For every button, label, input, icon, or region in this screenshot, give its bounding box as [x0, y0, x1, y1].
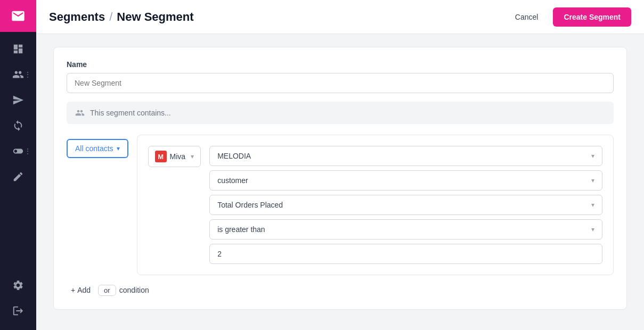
sidebar-nav: ⋮ ⋮: [0, 32, 36, 273]
add-button[interactable]: + Add: [67, 284, 95, 296]
header: Segments / New Segment Cancel Create Seg…: [36, 0, 644, 34]
contacts-icon: [75, 108, 85, 118]
sidebar-group-editor: [0, 164, 36, 189]
object-dropdown-value: customer: [217, 176, 248, 185]
segment-form-card: Name This segment contains... All contac…: [53, 47, 627, 310]
condition-block: M Miva ▾ MELODIA ▾ customer ▾: [137, 135, 614, 275]
store-dropdown[interactable]: MELODIA ▾: [209, 146, 602, 166]
sidebar-bottom: ⋮: [12, 273, 24, 330]
condition-builder: All contacts ▾ M Miva ▾ MELODIA: [67, 135, 614, 275]
sidebar-group-integrations: ⋮: [0, 138, 36, 164]
sidebar-group-campaigns: [0, 87, 36, 113]
integration-chevron-icon: ▾: [191, 153, 194, 160]
page-title: Segments / New Segment: [49, 10, 194, 24]
create-segment-button[interactable]: Create Segment: [553, 7, 631, 27]
property-dropdown-value: Total Orders Placed: [217, 201, 283, 209]
integration-name: Miva: [170, 152, 186, 161]
all-contacts-chevron-icon: ▾: [117, 145, 120, 152]
add-condition-bar: + Add or condition: [67, 284, 614, 296]
sidebar: ⋮ ⋮ ⋮: [0, 0, 36, 330]
object-chevron-icon: ▾: [591, 177, 594, 184]
add-icon: +: [71, 286, 75, 294]
condition-value-input[interactable]: [209, 244, 602, 264]
or-badge[interactable]: or: [98, 285, 116, 296]
sidebar-group-automations: [0, 113, 36, 138]
sidebar-group-contacts: ⋮: [0, 62, 36, 87]
miva-logo-letter: M: [158, 153, 164, 161]
sidebar-group-settings: ⋮: [12, 273, 24, 298]
settings-menu-dots[interactable]: ⋮: [11, 281, 20, 290]
all-contacts-label: All contacts: [75, 144, 113, 153]
condition-link[interactable]: condition: [119, 286, 149, 294]
sidebar-item-dashboard[interactable]: [0, 36, 36, 62]
operator-dropdown[interactable]: is greater than ▾: [209, 219, 602, 240]
header-actions: Cancel Create Segment: [507, 7, 631, 27]
sidebar-group-dashboard: [0, 36, 36, 62]
property-dropdown[interactable]: Total Orders Placed ▾: [209, 195, 602, 215]
segment-contains-bar: This segment contains...: [67, 102, 614, 124]
breadcrumb-root: Segments: [49, 10, 105, 24]
store-dropdown-value: MELODIA: [217, 152, 251, 160]
segment-name-input[interactable]: [67, 73, 614, 93]
name-label: Name: [67, 60, 614, 69]
breadcrumb-current: New Segment: [117, 10, 193, 24]
breadcrumb-separator: /: [109, 10, 112, 24]
all-contacts-button[interactable]: All contacts ▾: [67, 139, 128, 158]
content-area: Name This segment contains... All contac…: [36, 34, 644, 330]
store-chevron-icon: ▾: [591, 152, 594, 160]
app-logo[interactable]: [0, 0, 36, 32]
cancel-button[interactable]: Cancel: [507, 9, 547, 26]
add-label: Add: [77, 286, 91, 294]
sidebar-item-campaigns[interactable]: [0, 87, 36, 113]
property-chevron-icon: ▾: [591, 201, 594, 209]
object-dropdown[interactable]: customer ▾: [209, 170, 602, 191]
operator-dropdown-value: is greater than: [217, 225, 265, 234]
sidebar-item-automations[interactable]: [0, 113, 36, 138]
sidebar-item-logout[interactable]: [12, 298, 24, 324]
integrations-menu-dots[interactable]: ⋮: [23, 147, 32, 155]
sidebar-item-editor[interactable]: [0, 164, 36, 189]
miva-logo: M: [155, 151, 167, 162]
integration-selector[interactable]: M Miva ▾: [148, 146, 201, 167]
main-content: Segments / New Segment Cancel Create Seg…: [36, 0, 644, 330]
contacts-menu-dots[interactable]: ⋮: [23, 70, 32, 79]
operator-chevron-icon: ▾: [591, 226, 594, 233]
segment-contains-text: This segment contains...: [90, 109, 171, 117]
dropdowns-column: MELODIA ▾ customer ▾ Total Orders Placed…: [209, 146, 602, 264]
